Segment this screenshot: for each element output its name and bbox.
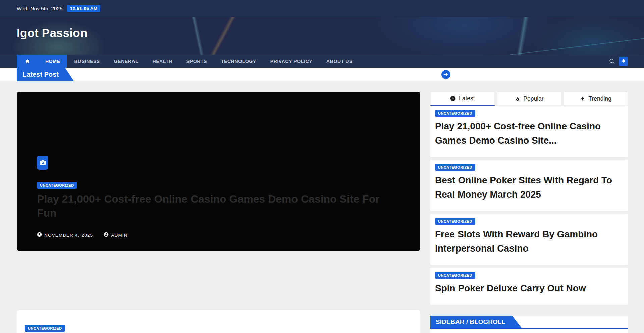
tab-popular[interactable]: Popular (497, 92, 561, 106)
topbar: Wed. Nov 5th, 2025 12:51:05 AM (0, 0, 644, 17)
category-badge[interactable]: UNCATEGORIZED (435, 218, 475, 225)
latest-post-ticker: Latest Post (0, 68, 644, 81)
bell-icon[interactable] (619, 57, 628, 66)
page: Wed. Nov 5th, 2025 12:51:05 AM Igot Pass… (0, 0, 644, 333)
latest-post-ribbon: Latest Post (17, 68, 74, 81)
current-date: Wed. Nov 5th, 2025 (17, 6, 63, 12)
category-badge[interactable]: UNCATEGORIZED (37, 182, 77, 189)
category-badge[interactable]: UNCATEGORIZED (435, 272, 475, 279)
sidebar-post-title[interactable]: Spin Poker Deluxe Carry Out Now (435, 281, 623, 295)
post-author[interactable]: ADMIN (104, 232, 128, 238)
nav-item[interactable]: GENERAL (107, 55, 146, 68)
person-icon (104, 232, 109, 238)
next-post-card: UNCATEGORIZED (17, 310, 420, 333)
home-icon-link[interactable] (17, 55, 38, 68)
nav-item[interactable]: BUSINESS (67, 55, 107, 68)
category-badge[interactable]: UNCATEGORIZED (435, 110, 475, 117)
sidebar-post-title[interactable]: Free Slots With Reward By Gambino Interp… (435, 227, 623, 256)
featured-post-card: UNCATEGORIZED Play 21,000+ Cost-free Onl… (17, 92, 420, 251)
home-icon (25, 59, 30, 64)
featured-post-meta: NOVEMBER 4, 2025 ADMIN (37, 232, 400, 238)
sidebar-post-card: UNCATEGORIZED Spin Poker Deluxe Carry Ou… (430, 268, 628, 305)
camera-icon (37, 156, 48, 170)
nav-item[interactable]: TECHNOLOGY (214, 55, 263, 68)
main-nav: HOME BUSINESS GENERAL HEALTH SPORTS TECH… (0, 55, 644, 68)
widget-header: SIDEBAR / BLOGROLL (430, 316, 628, 329)
sidebar-tabs: Latest Popular Trending (430, 92, 628, 106)
nav-item[interactable]: PRIVACY POLICY (263, 55, 319, 68)
nav-item[interactable]: HOME (38, 55, 67, 68)
sidebar-post-title[interactable]: Play 21,000+ Cost-free Online Casino Gam… (435, 119, 623, 148)
main-content: UNCATEGORIZED Play 21,000+ Cost-free Onl… (0, 81, 644, 333)
search-icon[interactable] (609, 58, 615, 64)
featured-post-content: UNCATEGORIZED Play 21,000+ Cost-free Onl… (37, 156, 400, 238)
sidebar: Latest Popular Trending UNCATEG (430, 92, 628, 333)
category-badge[interactable]: UNCATEGORIZED (25, 325, 65, 332)
arrow-right-icon[interactable] (441, 70, 450, 79)
featured-post-title[interactable]: Play 21,000+ Cost-free Online Casino Gam… (37, 192, 399, 220)
post-date: NOVEMBER 4, 2025 (37, 232, 93, 238)
nav-item[interactable]: HEALTH (145, 55, 179, 68)
nav-item[interactable]: SPORTS (179, 55, 214, 68)
widget-title-ribbon: SIDEBAR / BLOGROLL (430, 316, 522, 328)
current-time-badge: 12:51:05 AM (67, 5, 101, 12)
tab-trending[interactable]: Trending (564, 92, 628, 106)
sidebar-post-title[interactable]: Best Online Poker Sites With Regard To R… (435, 173, 623, 202)
sidebar-post-card: UNCATEGORIZED Best Online Poker Sites Wi… (430, 160, 628, 211)
clock-icon (450, 96, 456, 101)
tab-latest[interactable]: Latest (430, 92, 495, 106)
sidebar-post-card: UNCATEGORIZED Play 21,000+ Cost-free Onl… (430, 106, 628, 157)
header-banner: Igot Passion (0, 17, 644, 55)
sidebar-post-card: UNCATEGORIZED Free Slots With Reward By … (430, 214, 628, 265)
flame-icon (515, 96, 520, 102)
clock-icon (37, 232, 42, 238)
primary-column: UNCATEGORIZED Play 21,000+ Cost-free Onl… (17, 92, 420, 333)
category-badge[interactable]: UNCATEGORIZED (435, 164, 475, 171)
bolt-icon (580, 96, 585, 101)
nav-right-icons (609, 55, 628, 68)
site-title[interactable]: Igot Passion (17, 26, 88, 40)
nav-item[interactable]: ABOUT US (319, 55, 360, 68)
blogroll-widget: SIDEBAR / BLOGROLL (430, 316, 628, 333)
